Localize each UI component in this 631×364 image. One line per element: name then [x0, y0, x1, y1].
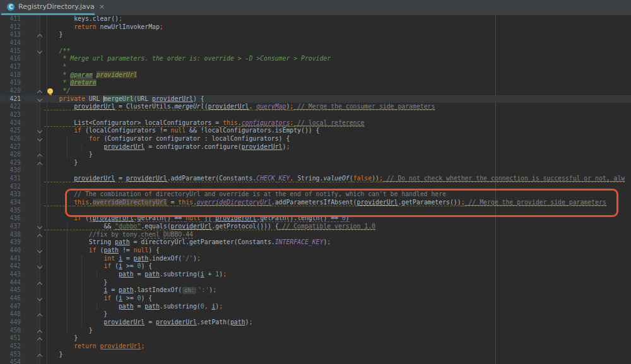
line-number-443[interactable]: 443 [0, 271, 21, 279]
tab-registrydirectory-java[interactable]: C RegistryDirectory.java × [1, 0, 111, 13]
code-line-432[interactable]: 432 [0, 183, 631, 191]
code-line-423[interactable]: 423 [0, 111, 631, 119]
code-line-419[interactable]: 419 * @return [0, 79, 631, 87]
code-line-421[interactable]: 421 private URL mergeUrl(URL providerUrl… [0, 95, 631, 103]
code-line-435[interactable]: 435 [0, 207, 631, 215]
code-line-414[interactable]: 414 [0, 39, 631, 47]
fold-expand-icon[interactable] [37, 264, 42, 269]
line-number-431[interactable]: 431 [0, 175, 21, 183]
line-number-413[interactable]: 413 [0, 31, 21, 39]
code-line-443[interactable]: 443 path = path.substring(i + 1); [0, 271, 631, 279]
code-line-417[interactable]: 417 * [0, 63, 631, 71]
line-number-434[interactable]: 434 [0, 199, 21, 207]
line-number-430[interactable]: 430 [0, 167, 21, 175]
line-number-436[interactable]: 436 [0, 214, 21, 223]
code-line-449[interactable]: 449 providerUrl = providerUrl.setPath(pa… [0, 319, 631, 327]
line-number-421[interactable]: 421 [0, 95, 21, 103]
code-line-434[interactable]: 434 this.overrideDirectoryUrl = this.ove… [0, 199, 631, 207]
fold-expand-icon[interactable] [37, 296, 42, 301]
line-number-425[interactable]: 425 [0, 127, 21, 135]
close-icon[interactable]: × [99, 3, 105, 11]
fold-expand-icon[interactable] [37, 96, 42, 101]
code-line-415[interactable]: 415 /** [0, 47, 631, 56]
line-number-454[interactable]: 454 [0, 358, 21, 364]
line-number-412[interactable]: 412 [0, 23, 21, 32]
code-line-425[interactable]: 425 if (localConfigurators != null && !l… [0, 127, 631, 135]
line-number-449[interactable]: 449 [0, 319, 21, 327]
line-number-422[interactable]: 422 [0, 103, 21, 111]
code-line-412[interactable]: 412 return newUrlInvokerMap; [0, 23, 631, 32]
code-line-446[interactable]: 446 if (i >= 0) { [0, 295, 631, 303]
line-number-423[interactable]: 423 [0, 111, 21, 119]
code-line-452[interactable]: 452 return providerUrl; [0, 343, 631, 351]
code-line-440[interactable]: 440 if (path != null) { [0, 247, 631, 255]
code-line-413[interactable]: 413 } [0, 31, 631, 39]
line-number-417[interactable]: 417 [0, 63, 21, 71]
code-line-418[interactable]: 418 * @param providerUrl [0, 71, 631, 79]
line-number-450[interactable]: 450 [0, 327, 21, 335]
fold-expand-icon[interactable] [37, 128, 42, 133]
code-line-411[interactable]: 411 keys.clear(); [0, 15, 631, 23]
line-number-416[interactable]: 416 [0, 55, 21, 63]
code-line-433[interactable]: 433 // The combination of directoryUrl a… [0, 191, 631, 199]
code-editor[interactable]: 411 keys.clear();412 return newUrlInvoke… [0, 15, 631, 364]
code-line-453[interactable]: 453 } [0, 351, 631, 359]
line-number-439[interactable]: 439 [0, 238, 21, 247]
code-line-444[interactable]: 444 } [0, 279, 631, 287]
code-line-454[interactable]: 454 [0, 358, 631, 364]
fold-expand-icon[interactable] [37, 136, 42, 141]
code-line-422[interactable]: 422 providerUrl = ClusterUtils.mergeUrl(… [0, 103, 631, 111]
line-number-451[interactable]: 451 [0, 334, 21, 343]
code-line-437[interactable]: 437 && "dubbo".equals(providerUrl.getPro… [0, 223, 631, 231]
code-line-427[interactable]: 427 providerUrl = configurator.configure… [0, 143, 631, 151]
code-line-426[interactable]: 426 for (Configurator configurator : loc… [0, 135, 631, 143]
line-number-427[interactable]: 427 [0, 143, 21, 151]
code-line-442[interactable]: 442 if (i >= 0) { [0, 262, 631, 271]
code-line-445[interactable]: 445 i = path.lastIndexOf(ch:':'); [0, 286, 631, 295]
line-number-446[interactable]: 446 [0, 295, 21, 303]
line-number-453[interactable]: 453 [0, 351, 21, 359]
line-number-424[interactable]: 424 [0, 119, 21, 127]
code-line-450[interactable]: 450 } [0, 327, 631, 335]
line-number-415[interactable]: 415 [0, 47, 21, 56]
code-line-438[interactable]: 438 //fix by tony.chenl DUBBO-44 [0, 231, 631, 239]
code-line-428[interactable]: 428 } [0, 151, 631, 159]
line-number-426[interactable]: 426 [0, 135, 21, 143]
line-number-445[interactable]: 445 [0, 286, 21, 295]
code-line-448[interactable]: 448 } [0, 310, 631, 319]
line-number-437[interactable]: 437 [0, 223, 21, 231]
line-number-435[interactable]: 435 [0, 207, 21, 215]
code-line-420[interactable]: 420 */ [0, 87, 631, 95]
code-line-431[interactable]: 431 providerUrl = providerUrl.addParamet… [0, 175, 631, 183]
fold-expand-icon[interactable] [37, 248, 42, 253]
fold-expand-icon[interactable] [37, 224, 42, 229]
line-number-438[interactable]: 438 [0, 231, 21, 239]
line-number-433[interactable]: 433 [0, 191, 21, 199]
line-number-452[interactable]: 452 [0, 343, 21, 351]
code-line-416[interactable]: 416 * Merge url parameters. the order is… [0, 55, 631, 63]
code-line-439[interactable]: 439 String path = directoryUrl.getParame… [0, 238, 631, 247]
line-number-441[interactable]: 441 [0, 255, 21, 263]
line-number-440[interactable]: 440 [0, 247, 21, 255]
line-number-444[interactable]: 444 [0, 279, 21, 287]
code-line-424[interactable]: 424 List<Configurator> localConfigurator… [0, 119, 631, 127]
line-number-414[interactable]: 414 [0, 39, 21, 47]
code-line-447[interactable]: 447 path = path.substring(0, i); [0, 303, 631, 311]
code-line-430[interactable]: 430 [0, 167, 631, 175]
code-line-436[interactable]: 436 if ((providerUrl.getPath() == null |… [0, 214, 631, 223]
line-number-428[interactable]: 428 [0, 151, 21, 159]
line-number-420[interactable]: 420 [0, 87, 21, 95]
code-line-429[interactable]: 429 } [0, 159, 631, 167]
line-number-419[interactable]: 419 [0, 79, 21, 87]
line-number-448[interactable]: 448 [0, 310, 21, 319]
line-number-411[interactable]: 411 [0, 15, 21, 23]
fold-expand-icon[interactable] [37, 48, 42, 53]
line-number-418[interactable]: 418 [0, 71, 21, 79]
line-number-442[interactable]: 442 [0, 262, 21, 271]
line-number-447[interactable]: 447 [0, 303, 21, 311]
code-text: private URL mergeUrl(URL providerUrl) { [44, 95, 204, 103]
code-line-441[interactable]: 441 int i = path.indexOf('/'); [0, 255, 631, 263]
line-number-432[interactable]: 432 [0, 183, 21, 191]
line-number-429[interactable]: 429 [0, 159, 21, 167]
code-line-451[interactable]: 451 } [0, 334, 631, 343]
